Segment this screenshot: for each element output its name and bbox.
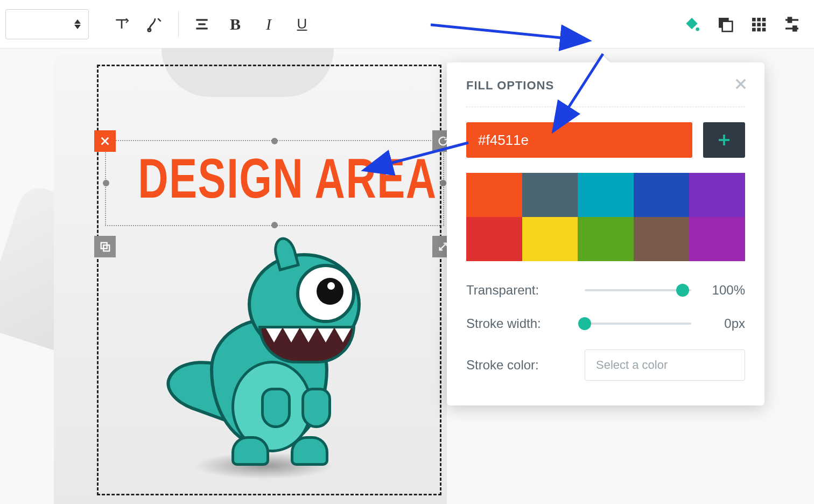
resize-handle-bottom[interactable] [271,222,278,228]
panel-title: FILL OPTIONS [466,79,745,93]
stroke-width-label: Stroke width: [466,316,574,331]
transparent-value: 100% [702,283,745,298]
fill-color-button[interactable] [675,8,708,41]
path-tool-button[interactable] [138,8,172,41]
svg-rect-15 [762,27,766,31]
canvas-area[interactable]: DESIGN AREA FILL OPTIONS #f4511e [0,48,814,504]
panel-divider [466,107,745,107]
delete-button[interactable] [94,130,116,152]
resize-handle-left[interactable] [103,180,109,186]
close-button[interactable] [733,76,748,92]
color-swatch[interactable] [522,217,578,261]
color-swatch[interactable] [578,173,634,217]
stroke-width-value: 0px [702,316,745,331]
layers-button[interactable] [708,8,742,41]
svg-point-4 [696,27,699,31]
stroke-width-thumb[interactable] [578,317,591,330]
stroke-color-input[interactable]: Select a color [585,349,745,381]
text-tool-button[interactable] [105,8,138,41]
fill-options-panel: FILL OPTIONS #f4511e Transparent: [447,62,764,405]
toolbar: B I U [0,0,814,48]
stroke-width-slider[interactable] [585,323,691,325]
color-swatch[interactable] [634,217,690,261]
color-swatch[interactable] [689,173,745,217]
svg-rect-6 [722,21,733,31]
svg-rect-19 [794,26,796,31]
svg-rect-14 [757,27,761,31]
grid-button[interactable] [742,8,775,41]
color-swatches [466,173,745,261]
transparent-thumb[interactable] [676,284,689,297]
svg-rect-18 [788,18,791,22]
add-color-button[interactable] [703,122,745,158]
italic-button[interactable]: I [252,8,285,41]
underline-button[interactable]: U [285,8,319,41]
hex-color-input[interactable]: #f4511e [466,122,692,158]
svg-rect-9 [762,18,766,22]
popover-caret [595,55,610,62]
svg-rect-8 [757,18,761,22]
dropdown-chevron-icon [74,19,81,29]
duplicate-button[interactable] [94,236,116,257]
color-swatch[interactable] [634,173,690,217]
color-swatch[interactable] [522,173,578,217]
svg-rect-12 [762,23,766,26]
design-text-content[interactable]: DESIGN AREA [138,146,401,211]
svg-rect-7 [752,18,756,22]
color-swatch[interactable] [689,217,745,261]
text-element[interactable]: DESIGN AREA [94,135,444,242]
color-swatch[interactable] [466,173,522,217]
svg-rect-10 [752,23,756,26]
resize-handle-right[interactable] [440,180,446,186]
resize-handle-top[interactable] [271,138,278,144]
align-button[interactable] [185,8,219,41]
font-dropdown[interactable] [5,9,89,39]
color-swatch[interactable] [466,217,522,261]
design-graphic[interactable] [167,253,371,479]
color-swatch[interactable] [578,217,634,261]
transparent-slider[interactable] [585,289,691,291]
stroke-color-label: Stroke color: [466,358,574,373]
svg-rect-11 [757,23,761,26]
settings-sliders-button[interactable] [775,8,809,41]
svg-rect-13 [752,27,756,31]
transparent-label: Transparent: [466,283,574,298]
toolbar-separator [178,11,179,37]
bold-button[interactable]: B [219,8,252,41]
